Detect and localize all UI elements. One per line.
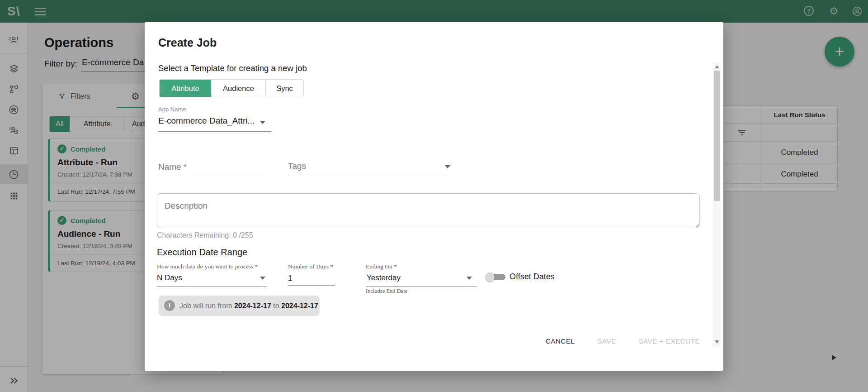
chevron-down-icon[interactable] — [260, 121, 265, 124]
screen: S\ ? ⚙ — [0, 0, 868, 392]
info-icon: i — [164, 300, 175, 311]
scrollbar-down-arrow-icon[interactable] — [715, 340, 719, 344]
process-amount-label: How much data do you want to process * — [157, 263, 258, 270]
number-of-days-input[interactable] — [288, 272, 335, 286]
ending-on-select[interactable]: Yesterday — [367, 273, 401, 282]
end-date-link[interactable]: 2024-12-17 — [281, 302, 318, 310]
info-to-word: to — [273, 302, 279, 310]
offset-dates-label: Offset Dates — [509, 272, 555, 282]
chevron-down-icon[interactable] — [445, 165, 450, 168]
run-range-text: Job will run from 2024-12-17 to 2024-12-… — [179, 296, 318, 316]
modal-subtitle: Select a Template for creating a new job — [158, 63, 307, 73]
app-name-select[interactable]: E-commerce Data_Attri... — [158, 116, 260, 126]
chevron-down-icon[interactable] — [260, 277, 265, 280]
tags-select[interactable]: Tags — [288, 160, 452, 174]
app-name-label: App Name — [158, 106, 186, 113]
run-range-info-box: i Job will run from 2024-12-17 to 2024-1… — [159, 296, 320, 316]
ending-on-label: Ending On * — [366, 263, 397, 270]
number-of-days-label: Number of Days * — [288, 263, 333, 270]
offset-dates-toggle[interactable] — [485, 272, 511, 282]
toggle-knob — [486, 272, 495, 282]
ending-on-underline — [366, 286, 477, 287]
start-date-link[interactable]: 2024-12-17 — [234, 302, 271, 310]
template-sync[interactable]: Sync — [266, 80, 303, 97]
save-button[interactable]: SAVE — [597, 337, 616, 345]
template-selector: Attribute Audience Sync — [159, 79, 304, 97]
modal-scrollbar[interactable] — [713, 62, 721, 346]
job-name-input[interactable] — [158, 160, 271, 174]
process-underline — [157, 286, 267, 287]
cancel-button[interactable]: CANCEL — [546, 337, 575, 345]
app-name-underline — [158, 131, 272, 132]
scrollbar-up-arrow-icon[interactable] — [715, 65, 719, 68]
characters-remaining: Characters Remaining: 0 /255 — [157, 231, 253, 239]
template-audience[interactable]: Audience — [212, 80, 266, 97]
save-execute-button[interactable]: SAVE + EXECUTE — [639, 337, 700, 345]
create-job-modal: Create Job Select a Template for creatin… — [145, 22, 723, 371]
execution-date-range-heading: Execution Date Range — [157, 247, 247, 258]
scrollbar-thumb[interactable] — [714, 71, 720, 201]
includes-end-date-note: Includes End Date — [366, 288, 407, 295]
description-textarea[interactable] — [157, 193, 700, 228]
process-amount-select[interactable]: N Days — [157, 273, 182, 282]
template-attribute[interactable]: Attribute — [160, 80, 212, 97]
modal-title: Create Job — [158, 36, 217, 49]
info-prefix: Job will run from — [179, 302, 232, 310]
modal-actions: CANCEL SAVE SAVE + EXECUTE — [546, 337, 700, 345]
chevron-down-icon[interactable] — [467, 277, 472, 280]
tags-label: Tags — [288, 161, 306, 171]
